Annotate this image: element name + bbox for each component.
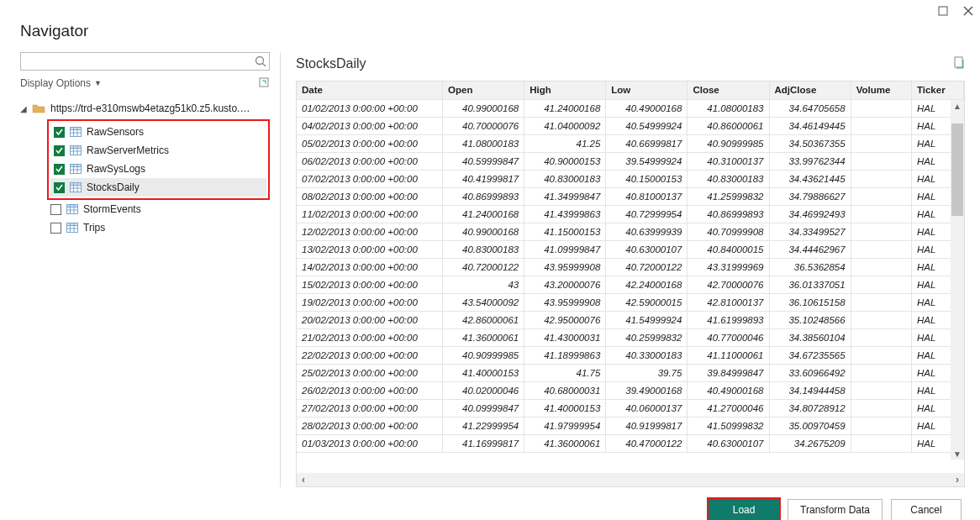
table-item-rawsensors[interactable]: RawSensors: [50, 123, 266, 141]
cell-volume: [851, 293, 911, 311]
table-row[interactable]: 19/02/2013 0:00:00 +00:0043.5400009243.9…: [297, 293, 964, 311]
chevron-down-icon: ▼: [94, 79, 102, 87]
cell-close: 40.84000015: [688, 240, 769, 258]
maximize-icon[interactable]: [938, 6, 948, 16]
table-row[interactable]: 15/02/2013 0:00:00 +00:004343.2000007642…: [297, 276, 964, 293]
table-item-stocksdaily[interactable]: StocksDaily: [50, 178, 266, 197]
table-row[interactable]: 28/02/2013 0:00:00 +00:0041.2299995441.9…: [297, 417, 964, 434]
export-icon[interactable]: [953, 56, 965, 72]
table-item-trips[interactable]: Trips: [47, 218, 270, 237]
cell-volume: [851, 240, 911, 258]
cell-close: 41.08000183: [688, 99, 769, 117]
cell-low: 40.81000137: [606, 187, 688, 205]
cell-adjclose: 34.79886627: [769, 187, 851, 205]
cell-volume: [851, 276, 911, 293]
table-row[interactable]: 12/02/2013 0:00:00 +00:0040.9900016841.1…: [297, 223, 964, 240]
cell-adjclose: 34.14944458: [769, 381, 851, 399]
cell-high: 41.24000168: [524, 99, 606, 117]
cell-volume: [851, 134, 911, 152]
scroll-thumb[interactable]: [951, 123, 963, 216]
scroll-left-icon[interactable]: ‹: [298, 474, 308, 486]
search-icon[interactable]: [255, 55, 266, 70]
cell-date: 06/02/2013 0:00:00 +00:00: [297, 152, 443, 170]
svg-line-4: [263, 64, 266, 67]
cell-low: 40.47000122: [606, 434, 688, 452]
refresh-icon[interactable]: [258, 76, 270, 91]
cell-open: 41.08000183: [443, 134, 524, 152]
column-header[interactable]: AdjClose: [769, 81, 851, 99]
table-item-label: StormEvents: [83, 203, 141, 215]
window-controls: [0, 0, 980, 22]
table-row[interactable]: 21/02/2013 0:00:00 +00:0041.3600006141.4…: [297, 328, 964, 346]
column-header[interactable]: Close: [688, 81, 769, 99]
cancel-button[interactable]: Cancel: [891, 499, 962, 520]
column-header[interactable]: Low: [606, 81, 688, 99]
checkbox-checked-icon[interactable]: [54, 164, 65, 175]
cell-open: 40.09999847: [443, 399, 524, 417]
svg-rect-17: [71, 165, 82, 167]
cell-close: 41.61999893: [688, 311, 769, 328]
checkbox-icon[interactable]: [50, 223, 61, 234]
table-row[interactable]: 07/02/2013 0:00:00 +00:0040.4199981740.8…: [297, 170, 964, 187]
table-row[interactable]: 06/02/2013 0:00:00 +00:0040.5999984740.9…: [297, 152, 964, 170]
table-row[interactable]: 27/02/2013 0:00:00 +00:0040.0999984741.4…: [297, 399, 964, 417]
cell-low: 40.63000107: [606, 240, 688, 258]
table-item-stormevents[interactable]: StormEvents: [47, 200, 270, 218]
cell-close: 40.31000137: [688, 152, 769, 170]
cell-open: 41.36000061: [443, 328, 524, 346]
table-icon: [66, 223, 78, 233]
horizontal-scrollbar[interactable]: ‹ ›: [297, 473, 964, 486]
checkbox-checked-icon[interactable]: [54, 127, 65, 138]
column-header[interactable]: Volume: [851, 81, 911, 99]
table-item-rawservermetrics[interactable]: RawServerMetrics: [50, 141, 266, 160]
dialog-footer: Load Transform Data Cancel: [0, 487, 980, 520]
table-row[interactable]: 08/02/2013 0:00:00 +00:0040.8699989341.3…: [297, 187, 964, 205]
scroll-up-icon[interactable]: ▲: [953, 100, 962, 112]
table-row[interactable]: 13/02/2013 0:00:00 +00:0040.8300018341.0…: [297, 240, 964, 258]
table-row[interactable]: 01/02/2013 0:00:00 +00:0040.9900016841.2…: [297, 99, 964, 117]
table-item-rawsyslogs[interactable]: RawSysLogs: [50, 160, 266, 178]
column-header[interactable]: Date: [297, 81, 443, 99]
cell-date: 20/02/2013 0:00:00 +00:00: [297, 311, 443, 328]
scroll-down-icon[interactable]: ▼: [953, 448, 962, 460]
load-button[interactable]: Load: [709, 499, 779, 520]
cell-high: 41.34999847: [524, 187, 606, 205]
display-options-dropdown[interactable]: Display Options ▼: [20, 77, 102, 89]
database-node[interactable]: ◢ https://trd-e310mswb4etazg51k0.z5.kust…: [20, 99, 270, 118]
cell-open: 41.40000153: [443, 364, 524, 381]
vertical-scrollbar[interactable]: ▲ ▼: [951, 100, 964, 460]
table-row[interactable]: 11/02/2013 0:00:00 +00:0041.2400016841.4…: [297, 205, 964, 223]
column-header[interactable]: Open: [443, 81, 524, 99]
checkbox-checked-icon[interactable]: [54, 182, 65, 193]
scroll-right-icon[interactable]: ›: [952, 474, 962, 486]
cell-low: 41.54999924: [606, 311, 688, 328]
table-row[interactable]: 14/02/2013 0:00:00 +00:0040.7200012243.9…: [297, 258, 964, 276]
checkbox-checked-icon[interactable]: [54, 145, 65, 156]
cell-low: 40.72000122: [606, 258, 688, 276]
table-row[interactable]: 25/02/2013 0:00:00 +00:0041.4000015341.7…: [297, 364, 964, 381]
search-input[interactable]: [20, 52, 270, 71]
cell-volume: [851, 223, 911, 240]
cell-volume: [851, 346, 911, 364]
cell-high: 41.36000061: [524, 434, 606, 452]
cell-open: 41.16999817: [443, 434, 524, 452]
svg-rect-0: [939, 7, 947, 15]
close-icon[interactable]: [963, 6, 973, 16]
table-row[interactable]: 04/02/2013 0:00:00 +00:0040.7000007641.0…: [297, 117, 964, 134]
column-header[interactable]: High: [524, 81, 606, 99]
table-row[interactable]: 26/02/2013 0:00:00 +00:0040.0200004640.6…: [297, 381, 964, 399]
cell-close: 40.49000168: [688, 381, 769, 399]
cell-low: 40.91999817: [606, 417, 688, 434]
checkbox-icon[interactable]: [50, 204, 61, 215]
table-item-label: RawSysLogs: [87, 163, 145, 175]
table-row[interactable]: 20/02/2013 0:00:00 +00:0042.8600006142.9…: [297, 311, 964, 328]
table-row[interactable]: 01/03/2013 0:00:00 +00:0041.1699981741.3…: [297, 434, 964, 452]
cell-close: 41.50999832: [688, 417, 769, 434]
table-row[interactable]: 05/02/2013 0:00:00 +00:0041.0800018341.2…: [297, 134, 964, 152]
table-row[interactable]: 22/02/2013 0:00:00 +00:0040.9099998541.1…: [297, 346, 964, 364]
cell-low: 39.49000168: [606, 381, 688, 399]
transform-data-button[interactable]: Transform Data: [788, 499, 883, 520]
cell-high: 43.95999908: [524, 293, 606, 311]
preview-table: DateOpenHighLowCloseAdjCloseVolumeTicker…: [297, 81, 964, 453]
column-header[interactable]: Ticker: [911, 81, 963, 99]
